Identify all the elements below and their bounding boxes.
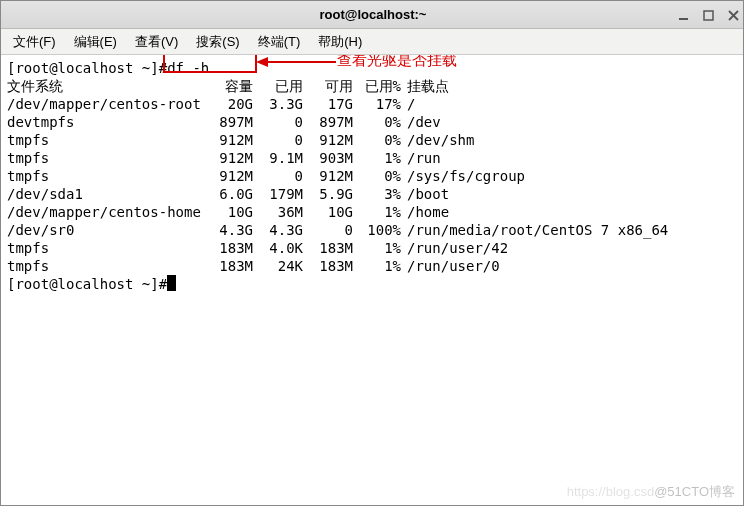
terminal-output[interactable]: [root@localhost ~]# df -h 文件系统 容量 已用 可用 …: [1, 55, 744, 506]
cell-pct: 0%: [353, 131, 401, 149]
cell-mount: /run/user/42: [401, 239, 508, 257]
hdr-mount: 挂载点: [401, 77, 449, 95]
cell-size: 10G: [207, 203, 253, 221]
cell-mount: /home: [401, 203, 449, 221]
close-button[interactable]: [728, 9, 739, 20]
prompt-line-2: [root@localhost ~]#: [7, 275, 739, 293]
cell-filesystem: tmpfs: [7, 131, 207, 149]
cell-avail: 903M: [303, 149, 353, 167]
hdr-pct: 已用%: [353, 77, 401, 95]
cell-used: 0: [253, 131, 303, 149]
menu-terminal[interactable]: 终端(T): [252, 30, 307, 54]
df-row: devtmpfs897M0897M0%/dev: [7, 113, 739, 131]
window-title: root@localhost:~: [320, 7, 427, 22]
menu-edit[interactable]: 编辑(E): [68, 30, 123, 54]
hdr-used: 已用: [253, 77, 303, 95]
cell-size: 20G: [207, 95, 253, 113]
cell-pct: 0%: [353, 167, 401, 185]
cell-mount: /run: [401, 149, 441, 167]
cell-size: 912M: [207, 149, 253, 167]
cell-used: 179M: [253, 185, 303, 203]
df-header: 文件系统 容量 已用 可用 已用% 挂载点: [7, 77, 739, 95]
cell-used: 36M: [253, 203, 303, 221]
df-row: /dev/sr04.3G4.3G0100%/run/media/root/Cen…: [7, 221, 739, 239]
cell-pct: 1%: [353, 203, 401, 221]
cell-pct: 1%: [353, 257, 401, 275]
cell-filesystem: /dev/sr0: [7, 221, 207, 239]
cell-avail: 17G: [303, 95, 353, 113]
hdr-size: 容量: [207, 77, 253, 95]
terminal-window: root@localhost:~ 文件(F) 编辑(E) 查看(V) 搜索(S)…: [1, 1, 744, 506]
cell-size: 183M: [207, 239, 253, 257]
cell-avail: 897M: [303, 113, 353, 131]
cell-avail: 0: [303, 221, 353, 239]
cell-mount: /boot: [401, 185, 449, 203]
cell-mount: /dev/shm: [401, 131, 474, 149]
df-row: tmpfs912M0912M0%/sys/fs/cgroup: [7, 167, 739, 185]
cell-size: 183M: [207, 257, 253, 275]
menu-view[interactable]: 查看(V): [129, 30, 184, 54]
cell-pct: 1%: [353, 149, 401, 167]
command: df -h: [167, 59, 209, 77]
menu-file[interactable]: 文件(F): [7, 30, 62, 54]
cell-used: 0: [253, 167, 303, 185]
cell-used: 0: [253, 113, 303, 131]
watermark-faint: https://blog.csd: [567, 484, 654, 499]
cell-filesystem: tmpfs: [7, 239, 207, 257]
df-row: tmpfs912M0912M0%/dev/shm: [7, 131, 739, 149]
cell-size: 912M: [207, 131, 253, 149]
watermark: https://blog.csd@51CTO博客: [567, 483, 735, 501]
svg-rect-1: [704, 11, 713, 20]
cell-filesystem: tmpfs: [7, 167, 207, 185]
cell-size: 4.3G: [207, 221, 253, 239]
maximize-button[interactable]: [703, 9, 714, 20]
cell-mount: /run/user/0: [401, 257, 500, 275]
cell-filesystem: /dev/mapper/centos-home: [7, 203, 207, 221]
cell-mount: /sys/fs/cgroup: [401, 167, 525, 185]
cell-used: 9.1M: [253, 149, 303, 167]
menu-help[interactable]: 帮助(H): [312, 30, 368, 54]
hdr-filesystem: 文件系统: [7, 77, 207, 95]
df-row: /dev/mapper/centos-home10G36M10G1%/home: [7, 203, 739, 221]
cell-used: 24K: [253, 257, 303, 275]
cell-pct: 1%: [353, 239, 401, 257]
df-row: /dev/sda16.0G179M5.9G3%/boot: [7, 185, 739, 203]
watermark-text: @51CTO博客: [654, 484, 735, 499]
menu-search[interactable]: 搜索(S): [190, 30, 245, 54]
cell-avail: 183M: [303, 257, 353, 275]
cell-pct: 3%: [353, 185, 401, 203]
cell-filesystem: /dev/sda1: [7, 185, 207, 203]
titlebar: root@localhost:~: [1, 1, 744, 29]
cell-avail: 5.9G: [303, 185, 353, 203]
cell-avail: 912M: [303, 167, 353, 185]
prompt-text: [root@localhost ~]#: [7, 59, 167, 77]
menubar: 文件(F) 编辑(E) 查看(V) 搜索(S) 终端(T) 帮助(H): [1, 29, 744, 55]
df-row: tmpfs912M9.1M903M1%/run: [7, 149, 739, 167]
cell-pct: 0%: [353, 113, 401, 131]
minimize-button[interactable]: [678, 9, 689, 20]
cell-mount: /: [401, 95, 415, 113]
cell-size: 912M: [207, 167, 253, 185]
cell-used: 4.0K: [253, 239, 303, 257]
window-controls: [678, 9, 739, 20]
cell-filesystem: tmpfs: [7, 149, 207, 167]
cell-used: 3.3G: [253, 95, 303, 113]
cell-avail: 912M: [303, 131, 353, 149]
cell-filesystem: devtmpfs: [7, 113, 207, 131]
cell-size: 6.0G: [207, 185, 253, 203]
df-row: tmpfs183M4.0K183M1%/run/user/42: [7, 239, 739, 257]
cell-mount: /run/media/root/CentOS 7 x86_64: [401, 221, 668, 239]
cell-used: 4.3G: [253, 221, 303, 239]
cell-avail: 10G: [303, 203, 353, 221]
prompt-text: [root@localhost ~]#: [7, 275, 167, 293]
cell-size: 897M: [207, 113, 253, 131]
cursor: [167, 275, 176, 291]
df-row: /dev/mapper/centos-root20G3.3G17G17%/: [7, 95, 739, 113]
cell-pct: 100%: [353, 221, 401, 239]
prompt-line-1: [root@localhost ~]# df -h: [7, 59, 739, 77]
cell-filesystem: /dev/mapper/centos-root: [7, 95, 207, 113]
cell-pct: 17%: [353, 95, 401, 113]
cell-mount: /dev: [401, 113, 441, 131]
df-row: tmpfs183M24K183M1%/run/user/0: [7, 257, 739, 275]
cell-filesystem: tmpfs: [7, 257, 207, 275]
